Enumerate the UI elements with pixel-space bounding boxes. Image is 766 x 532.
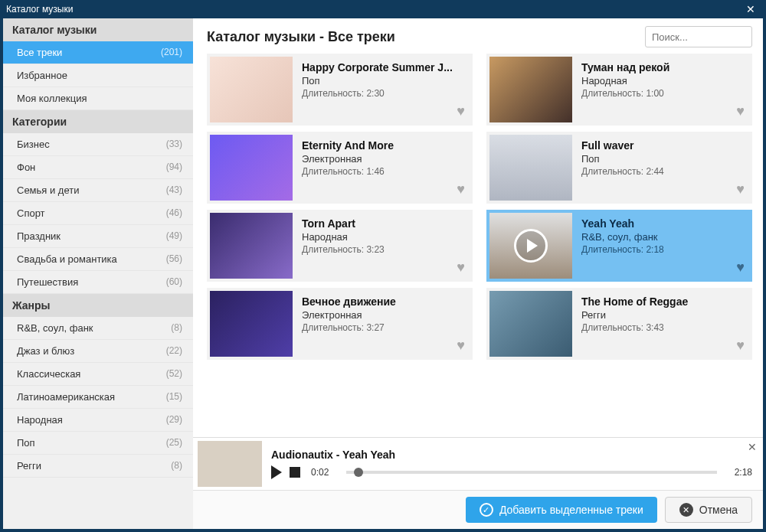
sidebar-item[interactable]: Бизнес(33) — [3, 133, 193, 156]
track-genre: Регги — [581, 309, 743, 321]
track-title: Happy Corporate Summer J... — [302, 61, 463, 73]
track-thumbnail[interactable] — [210, 135, 293, 201]
cancel-button[interactable]: ✕ Отмена — [665, 497, 752, 523]
track-thumbnail[interactable] — [489, 291, 572, 357]
favorite-icon[interactable]: ♥ — [457, 338, 465, 354]
sidebar-item-label: Классическая — [17, 368, 80, 380]
track-title: The Home of Reggae — [581, 295, 743, 308]
sidebar-item[interactable]: Поп(25) — [3, 432, 193, 455]
track-thumbnail[interactable] — [489, 57, 572, 122]
favorite-icon[interactable]: ♥ — [457, 181, 465, 197]
track-card[interactable]: Full waverПопДлительность: 2:44♥ — [486, 132, 752, 204]
track-duration: Длительность: 3:43 — [581, 322, 743, 333]
sidebar-item-count: (46) — [166, 207, 182, 219]
track-info: Вечное движениеЭлектроннаяДлительность: … — [293, 291, 470, 357]
sidebar-item[interactable]: Латиноамериканская(15) — [3, 386, 193, 409]
favorite-icon[interactable]: ♥ — [736, 103, 745, 119]
favorite-icon[interactable]: ♥ — [457, 259, 465, 276]
sidebar-item-label: Все треки — [17, 47, 62, 58]
track-card[interactable]: The Home of ReggaeРеггиДлительность: 3:4… — [486, 288, 752, 360]
search-input[interactable] — [645, 26, 752, 47]
track-card[interactable]: Happy Corporate Summer J...ПопДлительнос… — [207, 54, 473, 126]
sidebar-item-label: Праздник — [17, 230, 61, 242]
sidebar-item[interactable]: Семья и дети(43) — [3, 179, 193, 202]
sidebar-section-header: Категории — [3, 110, 193, 133]
track-thumbnail[interactable] — [210, 213, 293, 279]
play-icon[interactable] — [271, 465, 282, 479]
track-genre: Электронная — [302, 153, 463, 165]
track-thumbnail[interactable] — [489, 213, 572, 279]
track-card[interactable]: Torn ApartНароднаяДлительность: 3:23♥ — [207, 210, 473, 282]
sidebar-item-label: Спорт — [17, 207, 45, 219]
sidebar-item-count: (29) — [166, 414, 182, 426]
cancel-x-icon: ✕ — [679, 503, 693, 517]
sidebar-item-count: (43) — [166, 184, 182, 196]
main-panel: Каталог музыки - Все треки Happy Corpora… — [193, 18, 763, 529]
track-genre: Поп — [302, 75, 463, 86]
track-genre: R&B, соул, фанк — [581, 231, 743, 243]
sidebar-item-count: (8) — [171, 460, 182, 472]
track-info: Yeah YeahR&B, соул, фанкДлительность: 2:… — [572, 213, 749, 279]
sidebar-item[interactable]: Спорт(46) — [3, 202, 193, 225]
sidebar-item-label: Латиноамериканская — [17, 391, 115, 403]
sidebar-item-count: (60) — [166, 276, 182, 288]
sidebar-item[interactable]: Джаз и блюз(22) — [3, 340, 193, 363]
sidebar-item[interactable]: Свадьба и романтика(56) — [3, 248, 193, 271]
track-card[interactable]: Туман над рекойНароднаяДлительность: 1:0… — [486, 54, 752, 126]
progress-thumb[interactable] — [354, 468, 363, 477]
sidebar-item[interactable]: R&B, соул, фанк(8) — [3, 317, 193, 340]
track-info: Torn ApartНароднаяДлительность: 3:23 — [293, 213, 470, 279]
progress-bar[interactable] — [346, 471, 717, 474]
sidebar-item[interactable]: Народная(29) — [3, 409, 193, 432]
sidebar-item-label: Моя коллекция — [17, 93, 87, 104]
track-info: Eternity And MoreЭлектроннаяДлительность… — [293, 135, 470, 201]
titlebar: Каталог музыки ✕ — [0, 0, 766, 18]
add-tracks-button[interactable]: ✓ Добавить выделенные треки — [466, 497, 657, 523]
track-card[interactable]: Yeah YeahR&B, соул, фанкДлительность: 2:… — [486, 210, 752, 282]
sidebar-section-header: Жанры — [3, 294, 193, 317]
sidebar-item[interactable]: Фон(94) — [3, 156, 193, 179]
close-icon[interactable]: ✕ — [741, 2, 760, 17]
track-info: Happy Corporate Summer J...ПопДлительнос… — [293, 57, 470, 122]
sidebar-item-label: Семья и дети — [17, 184, 79, 196]
sidebar-item[interactable]: Праздник(49) — [3, 225, 193, 248]
track-duration: Длительность: 2:30 — [302, 88, 463, 99]
close-player-icon[interactable]: ✕ — [748, 441, 757, 453]
footer: ✓ Добавить выделенные треки ✕ Отмена — [193, 490, 763, 529]
total-time: 2:18 — [725, 467, 752, 478]
player-info: Audionautix - Yeah Yeah 0:02 2:18 — [271, 449, 752, 479]
track-thumbnail[interactable] — [210, 291, 293, 357]
sidebar-item-label: Фон — [17, 162, 35, 173]
sidebar-item[interactable]: Путешествия(60) — [3, 271, 193, 294]
sidebar-item[interactable]: Регги(8) — [3, 455, 193, 478]
track-card[interactable]: Вечное движениеЭлектроннаяДлительность: … — [207, 288, 473, 360]
track-grid: Happy Corporate Summer J...ПопДлительнос… — [193, 54, 763, 437]
sidebar-item-count: (25) — [166, 437, 182, 449]
track-title: Eternity And More — [302, 139, 463, 152]
sidebar-item-count: (15) — [166, 391, 182, 403]
track-title: Yeah Yeah — [581, 217, 743, 230]
window-title: Каталог музыки — [6, 4, 741, 15]
track-thumbnail[interactable] — [210, 57, 293, 122]
favorite-icon[interactable]: ♥ — [736, 259, 745, 276]
cancel-button-label: Отмена — [699, 504, 738, 516]
favorite-icon[interactable]: ♥ — [736, 338, 745, 354]
sidebar-item[interactable]: Классическая(52) — [3, 363, 193, 386]
sidebar-item-label: Регги — [17, 460, 41, 472]
sidebar-item-count: (56) — [166, 253, 182, 265]
stop-icon[interactable] — [290, 467, 300, 478]
sidebar-item-label: Путешествия — [17, 276, 78, 288]
sidebar-item[interactable]: Избранное — [3, 64, 193, 87]
sidebar-item[interactable]: Все треки(201) — [3, 41, 193, 64]
favorite-icon[interactable]: ♥ — [457, 103, 465, 119]
player-controls: 0:02 2:18 — [271, 465, 752, 479]
track-thumbnail[interactable] — [489, 135, 572, 201]
track-card[interactable]: Eternity And MoreЭлектроннаяДлительность… — [207, 132, 473, 204]
player-thumbnail — [198, 441, 262, 487]
track-duration: Длительность: 3:27 — [302, 322, 463, 333]
play-overlay-icon[interactable] — [489, 213, 572, 279]
track-genre: Народная — [302, 231, 463, 243]
sidebar-item[interactable]: Моя коллекция — [3, 87, 193, 110]
sidebar-item-count: (52) — [166, 368, 182, 380]
favorite-icon[interactable]: ♥ — [736, 181, 745, 197]
